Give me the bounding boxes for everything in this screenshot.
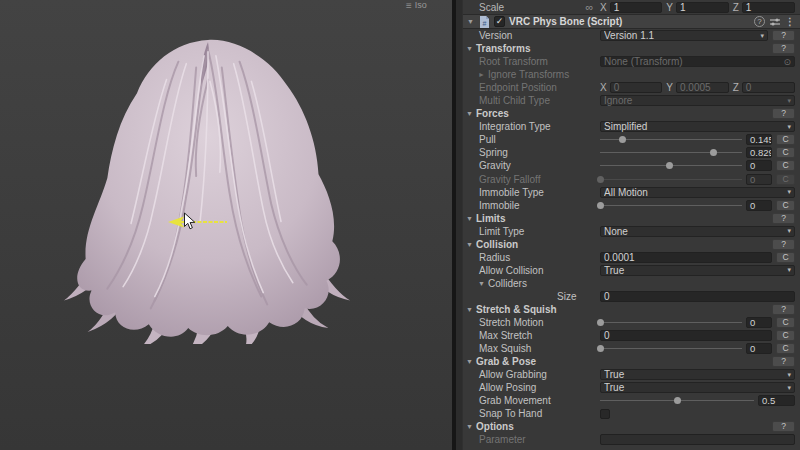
- inspector-scrollbar[interactable]: [456, 0, 463, 450]
- component-title: VRC Phys Bone (Script): [509, 16, 622, 27]
- allow-collision-dropdown[interactable]: True▾: [600, 265, 795, 276]
- endpoint-position-y-field[interactable]: 0.0005: [676, 82, 729, 93]
- stretch-squish-help-button[interactable]: ?: [772, 304, 795, 315]
- gravity-falloff-copy-button[interactable]: C: [776, 174, 795, 185]
- slider-handle[interactable]: [710, 149, 717, 156]
- allow-posing-dropdown[interactable]: True▾: [600, 382, 795, 393]
- gravity-slider[interactable]: [600, 160, 742, 171]
- gravity-value-field[interactable]: 0: [746, 160, 772, 171]
- max-squish-slider[interactable]: [600, 343, 742, 354]
- slider-handle[interactable]: [597, 176, 604, 183]
- row-gravity-falloff: Gravity Falloff0C: [463, 173, 800, 186]
- foldout-icon[interactable]: ▼: [465, 44, 474, 53]
- hair-mesh[interactable]: [60, 28, 356, 344]
- max-squish-value-field[interactable]: 0: [746, 343, 772, 354]
- inspector-panel: Scale ∞ X 1 Y 1 Z 1 ▼ # ✓ VRC Phys Bone …: [463, 0, 800, 450]
- allow-grabbing-dropdown[interactable]: True▾: [600, 369, 795, 380]
- endpoint-position-z-field[interactable]: 0: [742, 82, 795, 93]
- spring-copy-button[interactable]: C: [776, 147, 795, 158]
- gravity-falloff-value-field[interactable]: 0: [746, 174, 772, 185]
- slider-handle[interactable]: [597, 345, 604, 352]
- multi-child-type-dropdown[interactable]: Ignore▾: [600, 95, 795, 106]
- foldout-icon[interactable]: ►: [477, 70, 486, 79]
- presets-icon[interactable]: [769, 16, 781, 28]
- stretch-motion-slider[interactable]: [600, 317, 742, 328]
- slider-handle[interactable]: [619, 136, 626, 143]
- max-stretch-copy-button[interactable]: C: [776, 330, 795, 341]
- slider-track: [600, 322, 742, 323]
- immobile-copy-button[interactable]: C: [776, 200, 795, 211]
- pull-copy-button[interactable]: C: [776, 134, 795, 145]
- slider-handle[interactable]: [597, 319, 604, 326]
- constrain-proportions-icon[interactable]: ∞: [583, 2, 596, 13]
- scene-view[interactable]: ≡ Iso: [0, 0, 452, 450]
- pull-value-field[interactable]: 0.145: [746, 134, 772, 145]
- component-header: ▼ # ✓ VRC Phys Bone (Script) ? ⋮: [463, 14, 800, 29]
- component-enabled-checkbox[interactable]: ✓: [494, 16, 505, 27]
- limit-type-dropdown[interactable]: None▾: [600, 226, 795, 237]
- stretch-motion-copy-button[interactable]: C: [776, 317, 795, 328]
- endpoint-position-x-field[interactable]: 0: [610, 82, 663, 93]
- grab-movement-value-field[interactable]: 0.5: [758, 395, 795, 406]
- pull-slider[interactable]: [600, 134, 742, 145]
- foldout-icon[interactable]: ▼: [477, 279, 486, 288]
- scale-y-field[interactable]: 1: [676, 2, 729, 13]
- component-foldout-icon[interactable]: ▼: [466, 17, 475, 26]
- radius-copy-button[interactable]: C: [776, 252, 795, 263]
- root-transform-object-field[interactable]: None (Transform)⊙: [600, 56, 795, 67]
- allow-collision-value: True: [604, 265, 787, 276]
- slider-handle[interactable]: [666, 162, 673, 169]
- grab-pose-help-button[interactable]: ?: [772, 356, 795, 367]
- slider-handle[interactable]: [674, 397, 681, 404]
- parameter-field[interactable]: [600, 434, 795, 445]
- foldout-icon[interactable]: ▼: [465, 305, 474, 314]
- scale-x-field[interactable]: 1: [610, 2, 663, 13]
- slider-track: [600, 179, 742, 180]
- foldout-icon[interactable]: ▼: [465, 240, 474, 249]
- immobile-value-field[interactable]: 0: [746, 200, 772, 211]
- max-stretch-field[interactable]: 0: [600, 330, 772, 341]
- grab-movement-slider[interactable]: [600, 395, 754, 406]
- immobile-slider[interactable]: [600, 200, 742, 211]
- foldout-icon[interactable]: ▼: [465, 109, 474, 118]
- max-squish-copy-button[interactable]: C: [776, 343, 795, 354]
- forces-help-button[interactable]: ?: [772, 108, 795, 119]
- scene-view-mode[interactable]: ≡ Iso: [406, 0, 427, 11]
- row-transforms: ▼Transforms?: [463, 42, 800, 55]
- kebab-menu-icon[interactable]: ⋮: [785, 16, 795, 27]
- object-picker-icon[interactable]: ⊙: [783, 57, 791, 67]
- row-multi-child-type: Multi Child TypeIgnore▾: [463, 94, 800, 107]
- row-max-stretch: Max Stretch0C: [463, 329, 800, 342]
- collision-help-button[interactable]: ?: [772, 239, 795, 250]
- allow-grabbing-label: Allow Grabbing: [479, 369, 547, 380]
- foldout-icon[interactable]: ▼: [465, 357, 474, 366]
- integration-type-dropdown[interactable]: Simplified▾: [600, 121, 795, 132]
- size-field[interactable]: 0: [600, 291, 795, 302]
- stretch-motion-value-field[interactable]: 0: [746, 317, 772, 328]
- transforms-help-button[interactable]: ?: [772, 43, 795, 54]
- gravity-copy-button[interactable]: C: [776, 160, 795, 171]
- gravity-falloff-label: Gravity Falloff: [479, 174, 541, 185]
- foldout-icon[interactable]: ▼: [465, 422, 474, 431]
- immobile-type-dropdown[interactable]: All Motion▾: [600, 187, 795, 198]
- row-allow-grabbing: Allow GrabbingTrue▾: [463, 368, 800, 381]
- row-grab-pose: ▼Grab & Pose?: [463, 355, 800, 368]
- spring-slider[interactable]: [600, 147, 742, 158]
- version-help-button[interactable]: ?: [772, 30, 795, 41]
- help-icon[interactable]: ?: [754, 16, 765, 27]
- allow-collision-label: Allow Collision: [479, 265, 543, 276]
- slider-handle[interactable]: [597, 202, 604, 209]
- snap-to-hand-checkbox[interactable]: [600, 409, 610, 419]
- row-forces: ▼Forces?: [463, 107, 800, 120]
- scale-z-field[interactable]: 1: [742, 2, 795, 13]
- radius-field[interactable]: 0.0001: [600, 252, 772, 263]
- spring-value-field[interactable]: 0.829: [746, 147, 772, 158]
- row-stretch-motion: Stretch Motion0C: [463, 316, 800, 329]
- version-dropdown[interactable]: Version 1.1▾: [600, 30, 768, 41]
- gravity-falloff-slider[interactable]: [600, 174, 742, 185]
- row-collision: ▼Collision?: [463, 238, 800, 251]
- foldout-icon[interactable]: ▼: [465, 214, 474, 223]
- row-limit-type: Limit TypeNone▾: [463, 225, 800, 238]
- limits-help-button[interactable]: ?: [772, 213, 795, 224]
- options-help-button[interactable]: ?: [772, 421, 795, 432]
